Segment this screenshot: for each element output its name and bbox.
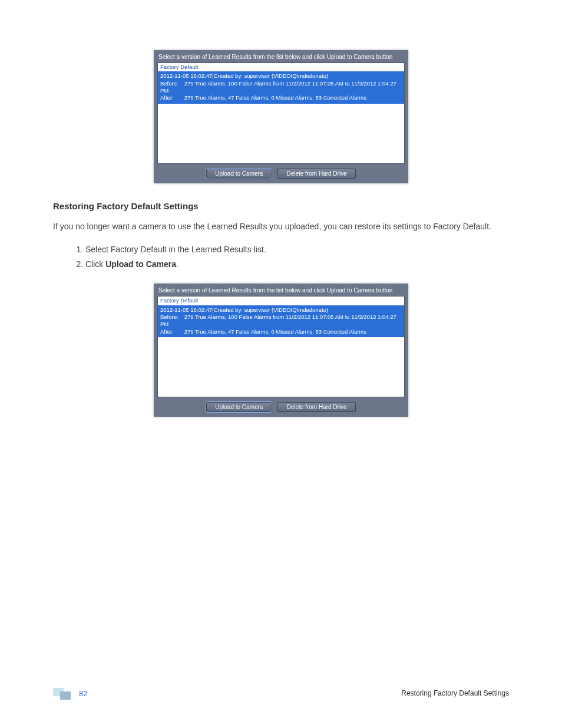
page-number: 82 xyxy=(79,689,87,698)
section-paragraph: If you no longer want a camera to use th… xyxy=(53,220,509,233)
entry-before: Before: 279 True Alarms, 100 False Alarm… xyxy=(160,314,402,328)
list-item-factory-default[interactable]: Factory Default xyxy=(158,297,404,305)
footer-logo-icon xyxy=(53,687,73,700)
entry-after: After: 279 True Alarms, 47 False Alarms,… xyxy=(160,328,402,335)
list-item-selected[interactable]: 2012-11-05 16:02:47|Created by: supervis… xyxy=(158,71,404,103)
step-2: Click Upload to Camera. xyxy=(85,257,509,272)
dialog-button-row: Upload to Camera Delete from Hard Drive xyxy=(157,164,405,180)
delete-from-hard-drive-button[interactable]: Delete from Hard Drive xyxy=(277,169,355,179)
delete-from-hard-drive-button[interactable]: Delete from Hard Drive xyxy=(277,402,355,412)
learned-results-dialog-2: Select a version of Learned Results from… xyxy=(154,284,408,417)
list-item-factory-default[interactable]: Factory Default xyxy=(158,63,404,71)
results-list[interactable]: Factory Default 2012-11-05 16:02:47|Crea… xyxy=(157,62,405,164)
entry-header: 2012-11-05 16:02:47|Created by: supervis… xyxy=(160,73,402,80)
steps-list: Select Factory Default in the Learned Re… xyxy=(53,242,509,272)
dialog-instruction: Select a version of Learned Results from… xyxy=(157,287,405,296)
entry-after: After: 279 True Alarms, 47 False Alarms,… xyxy=(160,94,402,101)
dialog-button-row: Upload to Camera Delete from Hard Drive xyxy=(157,397,405,413)
results-list[interactable]: Factory Default 2012-11-05 16:02:47|Crea… xyxy=(157,296,405,397)
entry-before: Before: 279 True Alarms, 100 False Alarm… xyxy=(160,80,402,95)
step-1: Select Factory Default in the Learned Re… xyxy=(85,242,509,257)
upload-to-camera-button[interactable]: Upload to Camera xyxy=(206,402,272,412)
page-footer: 82 Restoring Factory Default Settings xyxy=(53,687,509,700)
entry-header: 2012-11-05 16:02:47|Created by: supervis… xyxy=(160,307,402,314)
section-heading: Restoring Factory Default Settings xyxy=(53,201,509,211)
footer-title: Restoring Factory Default Settings xyxy=(401,689,509,697)
upload-to-camera-button[interactable]: Upload to Camera xyxy=(206,169,272,179)
learned-results-dialog: Select a version of Learned Results from… xyxy=(154,50,408,183)
list-item-selected[interactable]: 2012-11-05 16:02:47|Created by: supervis… xyxy=(158,305,404,337)
dialog-instruction: Select a version of Learned Results from… xyxy=(157,54,405,62)
